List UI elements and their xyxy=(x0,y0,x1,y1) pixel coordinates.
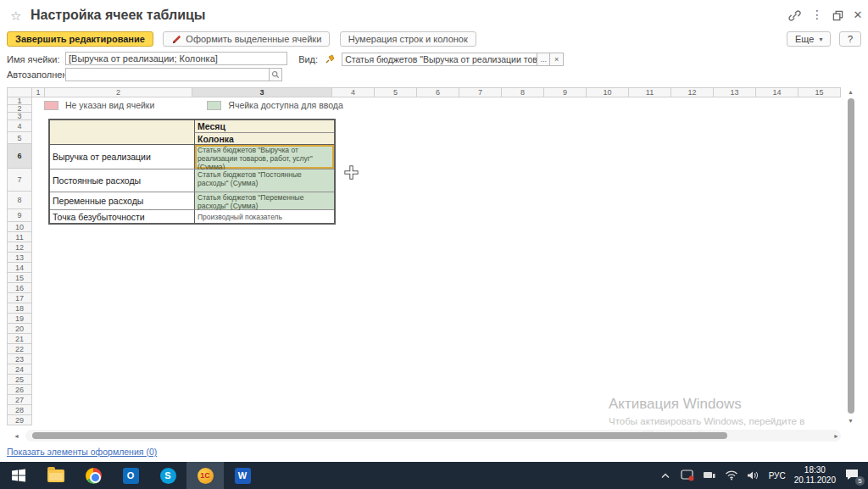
table-value-cell[interactable]: Статья бюджетов "Переменные расходы" (Су… xyxy=(194,192,334,210)
action-center-icon[interactable]: 5 xyxy=(844,468,861,483)
row-header-9[interactable]: 9 xyxy=(7,209,32,222)
row-header-21[interactable]: 21 xyxy=(7,334,32,344)
horizontal-scrollbar-thumb[interactable] xyxy=(32,432,727,439)
device-icon[interactable] xyxy=(703,469,716,482)
column-header-15[interactable]: 15 xyxy=(798,87,841,97)
row-header-3[interactable]: 3 xyxy=(7,113,32,120)
scroll-left-icon[interactable]: ◄ xyxy=(14,433,19,439)
row-header-26[interactable]: 26 xyxy=(7,385,32,395)
column-header-10[interactable]: 10 xyxy=(587,87,629,97)
column-header-2[interactable]: 2 xyxy=(45,87,192,97)
row-header-16[interactable]: 16 xyxy=(7,283,32,293)
row-header-12[interactable]: 12 xyxy=(7,242,32,253)
row-header-20[interactable]: 20 xyxy=(7,324,32,334)
row-header-10[interactable]: 10 xyxy=(7,222,32,232)
table-row-name[interactable]: Переменные расходы xyxy=(50,192,194,210)
favorite-star-icon[interactable]: ☆ xyxy=(10,8,21,24)
titlebar: ☆ Настройка ячеек таблицы ⋮ ✕ xyxy=(0,0,868,29)
numbering-button[interactable]: Нумерация строк и колонок xyxy=(340,31,476,47)
show-formatting-elements-link[interactable]: Показать элементы оформления (0) xyxy=(7,447,157,457)
table-value-cell-selected[interactable]: Статья бюджетов "Выручка от реализации т… xyxy=(194,145,334,169)
help-button[interactable]: ? xyxy=(839,31,861,47)
row-header-11[interactable]: 11 xyxy=(7,232,32,242)
taskbar-app-file-explorer[interactable] xyxy=(37,462,75,489)
taskbar-app-word[interactable]: W xyxy=(224,462,261,489)
vertical-scrollbar-thumb[interactable] xyxy=(848,98,854,414)
vertical-scrollbar[interactable]: ▲ ▼ xyxy=(844,87,858,436)
row-header-6[interactable]: 6 xyxy=(7,144,32,169)
column-header-6[interactable]: 6 xyxy=(417,87,459,97)
row-header-7[interactable]: 7 xyxy=(7,169,32,192)
table-row-name[interactable]: Постоянные расходы xyxy=(50,169,194,192)
row-header-25[interactable]: 25 xyxy=(7,375,32,385)
format-pencil-icon xyxy=(171,34,182,45)
kind-value[interactable]: Статья бюджетов "Выручка от реализации т… xyxy=(342,53,537,66)
column-header-3[interactable]: 3 xyxy=(192,87,332,97)
column-header-12[interactable]: 12 xyxy=(671,87,714,97)
cell-name-input[interactable] xyxy=(65,52,287,65)
autofill-lookup-icon[interactable] xyxy=(269,68,282,81)
toolbar: Завершить редактирование Оформить выделе… xyxy=(7,31,861,48)
column-header-1[interactable]: 1 xyxy=(32,87,45,97)
row-header-19[interactable]: 19 xyxy=(7,314,32,324)
language-indicator[interactable]: РУС xyxy=(769,471,786,481)
tray-expand-icon[interactable] xyxy=(659,469,672,482)
format-cells-button[interactable]: Оформить выделенные ячейки xyxy=(163,31,330,47)
row-header-24[interactable]: 24 xyxy=(7,364,32,375)
table-row-name[interactable]: Точка безубыточности xyxy=(50,210,194,223)
column-header-9[interactable]: 9 xyxy=(544,87,587,97)
copy-link-icon[interactable] xyxy=(787,9,802,23)
row-header-15[interactable]: 15 xyxy=(7,273,32,283)
kind-select-button[interactable]: ... xyxy=(537,53,550,66)
sheet-area[interactable]: Не указан вид ячейкиЯчейка доступна для … xyxy=(32,97,841,425)
more-button[interactable]: Еще ▾ xyxy=(787,31,831,47)
column-header-11[interactable]: 11 xyxy=(629,87,671,97)
column-header-4[interactable]: 4 xyxy=(332,87,375,97)
volume-icon[interactable] xyxy=(747,469,760,482)
row-header-14[interactable]: 14 xyxy=(7,263,32,273)
column-header-8[interactable]: 8 xyxy=(502,87,544,97)
taskbar-app-1c-enterprise[interactable]: 1С xyxy=(186,462,224,489)
window-menu-icon[interactable]: ⋮ xyxy=(810,8,825,22)
taskbar-app-outlook[interactable]: O xyxy=(112,462,149,489)
table-value-cell[interactable]: Производный показатель xyxy=(194,210,334,223)
column-header-13[interactable]: 13 xyxy=(714,87,756,97)
screen-share-icon[interactable] xyxy=(681,469,694,482)
row-header-28[interactable]: 28 xyxy=(7,405,32,415)
taskbar-app-start-button[interactable] xyxy=(0,462,37,489)
table-header-blank-cell[interactable] xyxy=(50,120,194,145)
wifi-icon[interactable] xyxy=(725,469,738,482)
kind-field[interactable]: Статья бюджетов "Выручка от реализации т… xyxy=(342,53,564,66)
clock[interactable]: 18:30 20.11.2020 xyxy=(794,465,836,486)
scroll-up-icon[interactable]: ▲ xyxy=(848,89,854,95)
horizontal-scrollbar[interactable] xyxy=(25,430,841,442)
table-row-name[interactable]: Выручка от реализации xyxy=(50,145,194,169)
close-icon[interactable]: ✕ xyxy=(850,8,865,22)
kind-clear-button[interactable]: × xyxy=(550,53,564,66)
table-value-cell[interactable]: Статья бюджетов "Постоянные расходы" (Су… xyxy=(194,169,334,192)
taskbar-app-chrome[interactable] xyxy=(75,462,112,489)
row-header-13[interactable]: 13 xyxy=(7,253,32,263)
row-headers: 1234567891011121314151617181920212223242… xyxy=(7,97,32,425)
row-header-4[interactable]: 4 xyxy=(7,120,32,132)
row-header-18[interactable]: 18 xyxy=(7,303,32,314)
row-header-22[interactable]: 22 xyxy=(7,344,32,354)
column-header-7[interactable]: 7 xyxy=(459,87,502,97)
row-header-8[interactable]: 8 xyxy=(7,192,32,209)
table-header-cell[interactable]: Колонка xyxy=(194,133,334,145)
row-header-29[interactable]: 29 xyxy=(7,415,32,425)
finish-editing-button[interactable]: Завершить редактирование xyxy=(7,31,153,47)
scroll-down-icon[interactable]: ▼ xyxy=(848,418,854,424)
taskbar-app-skype[interactable]: S xyxy=(149,462,186,489)
row-header-27[interactable]: 27 xyxy=(7,395,32,405)
row-header-17[interactable]: 17 xyxy=(7,293,32,303)
history-pin-icon[interactable] xyxy=(324,53,336,65)
column-header-5[interactable]: 5 xyxy=(375,87,417,97)
column-header-14[interactable]: 14 xyxy=(756,87,798,97)
scroll-right-icon[interactable]: ► xyxy=(833,433,839,439)
row-header-5[interactable]: 5 xyxy=(7,132,32,144)
row-header-23[interactable]: 23 xyxy=(7,354,32,364)
restore-window-icon[interactable] xyxy=(830,10,845,24)
table-header-cell[interactable]: Месяц xyxy=(194,120,334,133)
autofill-input[interactable] xyxy=(65,68,269,81)
